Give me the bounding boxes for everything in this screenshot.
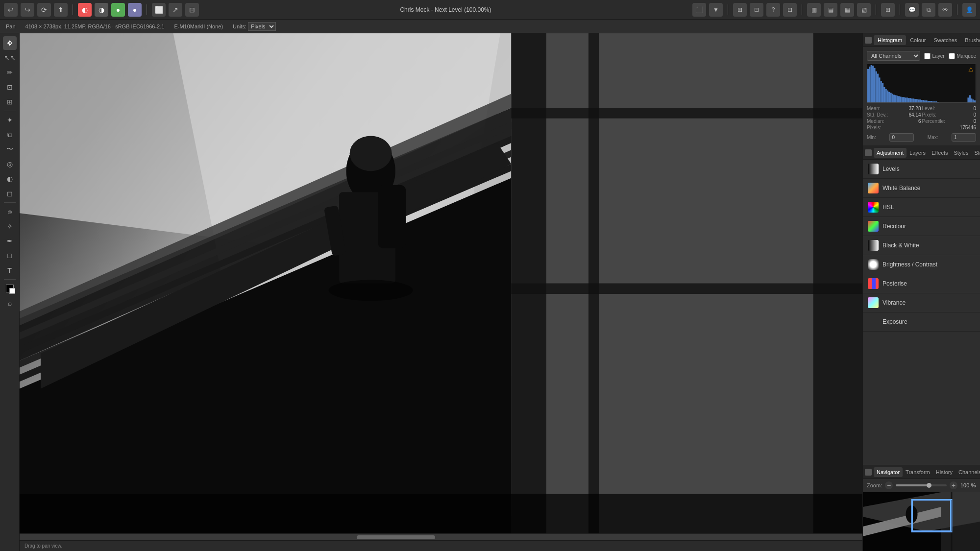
tool-magic-wand[interactable]: ✧	[3, 219, 17, 233]
zoom-value: 100 %	[960, 482, 976, 488]
toolbar-btn-view[interactable]: 👁	[938, 3, 952, 17]
tool-retouch[interactable]: ◎	[3, 157, 17, 171]
adj-item-levels[interactable]: Levels	[863, 160, 980, 179]
zoom-slider-thumb[interactable]	[927, 483, 931, 488]
stat-total-pixels-label: Pixels:	[867, 125, 881, 130]
toolbar-btn-7[interactable]: ▧	[857, 3, 871, 17]
toolbar-btn-user[interactable]: 👤	[962, 3, 976, 17]
tool-move[interactable]	[3, 36, 17, 50]
adj-item-recolour[interactable]: Recolour	[863, 217, 980, 236]
tab-histogram[interactable]: Histogram	[874, 35, 906, 45]
navigator-thumbnail[interactable]	[863, 492, 980, 551]
photo-canvas	[20, 33, 862, 533]
tool-lasso[interactable]: ⌾	[3, 205, 17, 218]
layer-checkbox[interactable]	[924, 53, 931, 59]
max-input[interactable]	[952, 133, 976, 142]
toolbar-btn-dropdown[interactable]: ▼	[709, 3, 723, 17]
tab-stock[interactable]: Stock	[971, 148, 980, 158]
menu-icon-color1[interactable]: ◐	[78, 3, 92, 17]
stat-stddev: Std. Dev.: 64.14	[867, 112, 921, 118]
menu-icon-redo[interactable]: ↪	[21, 3, 34, 17]
menu-icon-selection-rect[interactable]: ⬜	[152, 3, 166, 17]
toolbar-btn-comment[interactable]: 💬	[905, 3, 919, 17]
channels-select[interactable]: All Channels	[867, 51, 920, 61]
tool-crop[interactable]: ⊞	[3, 95, 17, 109]
adj-item-brightness-contrast[interactable]: Brightness / Contrast	[863, 255, 980, 274]
tool-shape[interactable]: □	[3, 249, 17, 263]
toolbar-btn-6[interactable]: ▦	[840, 3, 854, 17]
adj-item-exposure[interactable]: Exposure	[863, 312, 980, 332]
svg-rect-47	[900, 96, 901, 102]
tool-transform[interactable]: ⊡	[3, 80, 17, 94]
stat-level-value: 0	[973, 106, 976, 111]
zoom-slider[interactable]	[896, 484, 947, 486]
svg-rect-67	[932, 101, 934, 102]
adj-item-white-balance[interactable]: White Balance	[863, 179, 980, 198]
tool-clone[interactable]: ⧉	[3, 128, 17, 142]
tab-layers[interactable]: Layers	[906, 148, 929, 158]
menu-icon-share[interactable]: ⬆	[54, 3, 68, 17]
adj-item-vibrance[interactable]: Vibrance	[863, 293, 980, 312]
tool-zoom[interactable]: ⌕	[3, 296, 17, 310]
menu-icon-color3[interactable]: ●	[111, 3, 125, 17]
tab-adjustment[interactable]: Adjustment	[874, 148, 906, 158]
toolbar-btn-5[interactable]: ▤	[824, 3, 837, 17]
canvas-image[interactable]	[20, 33, 862, 533]
tab-brushes[interactable]: Brushes	[961, 35, 980, 45]
toolbar-btn-1[interactable]: ⊞	[733, 3, 747, 17]
tool-brush[interactable]: ✏	[3, 66, 17, 79]
tab-transform[interactable]: Transform	[903, 467, 933, 477]
svg-rect-50	[905, 97, 906, 102]
menu-icon-color4[interactable]: ●	[128, 3, 142, 17]
units-select[interactable]: Pixels Inches cm	[248, 22, 276, 31]
tool-eraser[interactable]: ◻	[3, 187, 17, 200]
tool-color-swatch[interactable]	[3, 282, 17, 295]
menu-icon-color2[interactable]: ◑	[95, 3, 108, 17]
menu-icon-sync[interactable]: ⟳	[37, 3, 51, 17]
tab-navigator[interactable]: Navigator	[874, 467, 903, 477]
histogram-pin[interactable]	[865, 37, 872, 44]
toolbar-btn-3[interactable]: ?	[766, 3, 780, 17]
tab-colour[interactable]: Colour	[906, 35, 930, 45]
toolbar-btn-mask[interactable]: ⬛	[692, 3, 706, 17]
min-input[interactable]	[889, 133, 914, 142]
tool-dodge[interactable]: ◐	[3, 172, 17, 186]
tool-text[interactable]: T	[3, 264, 17, 277]
tab-swatches[interactable]: Swatches	[930, 35, 961, 45]
navigator-pin[interactable]	[865, 469, 872, 476]
stat-percentile-value: 0	[973, 119, 976, 124]
svg-rect-64	[928, 101, 929, 102]
toolbar-btn-fit[interactable]: ⊞	[881, 3, 895, 17]
toolbar-btn-panels[interactable]: ▥	[807, 3, 821, 17]
tool-select[interactable]: ↖	[3, 51, 17, 65]
menu-icon-undo[interactable]: ↩	[4, 3, 18, 17]
toolbar-btn-layers[interactable]: ⧉	[922, 3, 935, 17]
zoom-plus-btn[interactable]: +	[950, 481, 957, 489]
adj-item-hsl[interactable]: HSL	[863, 198, 980, 217]
svg-rect-44	[895, 95, 896, 102]
adj-item-black-white[interactable]: Black & White	[863, 236, 980, 255]
tool-pen[interactable]: ✒	[3, 234, 17, 248]
tab-channels[interactable]: Channels	[956, 467, 980, 477]
tool-heal[interactable]: ✦	[3, 113, 17, 127]
toolbar-btn-4[interactable]: ⊡	[783, 3, 797, 17]
svg-rect-59	[919, 99, 921, 102]
tab-styles[interactable]: Styles	[951, 148, 972, 158]
zoom-minus-btn[interactable]: −	[885, 481, 893, 489]
tool-smudge[interactable]: 〜	[3, 143, 17, 156]
toolbar-btn-2[interactable]: ⊟	[750, 3, 763, 17]
menu-icon-selection-arrow[interactable]: ↗	[169, 3, 182, 17]
svg-rect-58	[918, 99, 919, 102]
marquee-checkbox[interactable]	[949, 53, 955, 59]
adjustment-pin[interactable]	[865, 149, 872, 156]
scroll-thumb[interactable]	[357, 535, 435, 539]
status-bar: Drag to pan view.	[20, 540, 862, 551]
canvas-scrollbar[interactable]	[20, 533, 862, 540]
menu-icon-frame[interactable]: ⊡	[185, 3, 199, 17]
adj-icon-recolour	[868, 221, 879, 232]
adj-item-posterise[interactable]: Posterise	[863, 274, 980, 293]
tab-history[interactable]: History	[933, 467, 956, 477]
adj-icon-vibrance	[868, 297, 879, 308]
tab-effects[interactable]: Effects	[929, 148, 951, 158]
units-label-text: Units:	[233, 24, 246, 29]
